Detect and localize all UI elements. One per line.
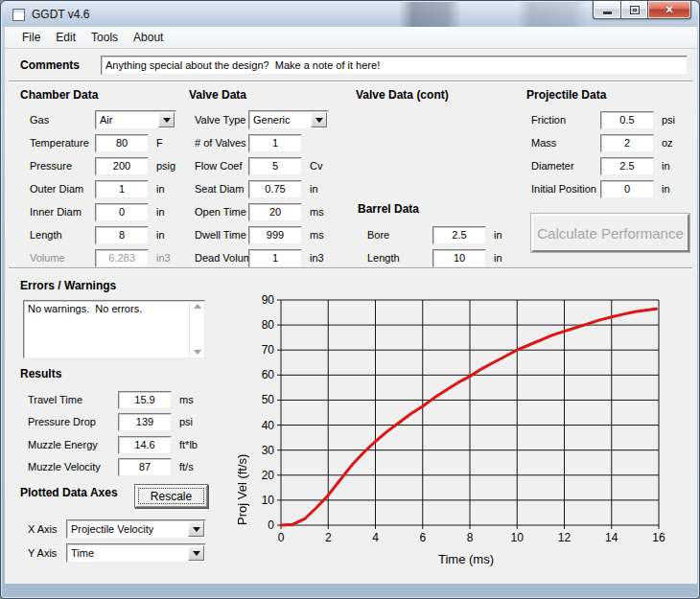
chart-x-axis-title: Time (ms) (389, 552, 543, 566)
initial-position-row: Initial Position in (531, 179, 670, 198)
seat-diam-label: Seat Diam (195, 183, 248, 195)
muzzle-energy-field[interactable] (118, 436, 172, 454)
bore-input[interactable] (432, 226, 486, 244)
mass-input[interactable] (600, 134, 654, 152)
friction-unit: psi (662, 114, 675, 126)
chamber-header: Chamber Data (20, 88, 98, 102)
gas-dropdown-button[interactable] (158, 112, 175, 127)
open-time-row: Open Time ms (195, 202, 324, 221)
chamber-length-unit: in (156, 229, 165, 241)
menu-tools[interactable]: Tools (83, 28, 126, 47)
menu-about[interactable]: About (126, 28, 171, 47)
valve-type-row: Valve Type Generic (195, 110, 329, 129)
comments-input[interactable] (101, 56, 688, 75)
dropdown-arrow-icon (193, 551, 200, 556)
svg-text:2: 2 (325, 531, 332, 544)
pressure-drop-label: Pressure Drop (28, 416, 118, 427)
muzzle-velocity-label: Muzzle Velocity (28, 461, 118, 472)
friction-label: Friction (531, 114, 600, 126)
muzzle-velocity-field[interactable] (118, 458, 172, 476)
x-axis-dropdown-button[interactable] (188, 521, 204, 537)
errors-scrollbar[interactable] (189, 301, 204, 357)
gas-select[interactable]: Air (95, 110, 176, 129)
x-axis-row: X Axis Projectile Velocity (28, 519, 206, 539)
svg-text:10: 10 (511, 531, 525, 544)
num-valves-input[interactable] (248, 134, 302, 152)
svg-text:50: 50 (262, 393, 275, 406)
initial-position-input[interactable] (600, 180, 654, 198)
seat-diam-unit: in (310, 183, 318, 195)
open-time-input[interactable] (248, 203, 302, 221)
valve-type-dropdown-button[interactable] (311, 112, 327, 127)
dead-volume-input[interactable] (248, 249, 302, 267)
svg-text:6: 6 (419, 531, 426, 544)
dwell-time-label: Dwell Time (195, 229, 248, 241)
diameter-input[interactable] (600, 157, 654, 175)
pressure-drop-field[interactable] (118, 413, 172, 431)
seat-diam-input[interactable] (248, 180, 302, 198)
calculate-performance-button[interactable]: Calculate Performance (531, 214, 689, 252)
y-axis-select[interactable]: Time (66, 543, 206, 563)
svg-text:20: 20 (262, 469, 275, 482)
valve-type-select[interactable]: Generic (248, 110, 329, 129)
temperature-input[interactable] (95, 134, 149, 152)
velocity-time-chart: 02468101214160102030405060708090 (231, 288, 682, 576)
errors-text: No warnings. No errors. (28, 303, 187, 314)
friction-input[interactable] (600, 111, 654, 129)
muzzle-velocity-unit: ft/s (179, 461, 194, 472)
separator (9, 81, 692, 82)
chart-y-axis-title: Proj Vel (ft/s) (235, 300, 249, 525)
dead-volume-unit: in3 (310, 252, 324, 264)
travel-time-field[interactable] (118, 391, 172, 409)
inner-diam-input[interactable] (95, 203, 149, 221)
muzzle-energy-unit: ft*lb (179, 439, 198, 450)
mass-row: Mass oz (531, 133, 673, 152)
outer-diam-input[interactable] (95, 180, 149, 198)
valve-header: Valve Data (189, 88, 246, 102)
initial-position-unit: in (662, 183, 670, 195)
dwell-time-unit: ms (310, 229, 324, 241)
menu-file[interactable]: File (14, 28, 48, 47)
x-axis-label: X Axis (28, 523, 66, 535)
outer-diam-row: Outer Diam in (30, 179, 165, 198)
minimize-button[interactable] (593, 1, 620, 19)
scroll-up-icon[interactable] (194, 304, 201, 309)
maximize-button[interactable] (620, 1, 648, 19)
volume-unit: in3 (156, 252, 171, 264)
client-area: Comments Chamber Data Valve Data Valve D… (5, 49, 697, 584)
inner-diam-row: Inner Diam in (30, 202, 165, 221)
inner-diam-unit: in (156, 206, 165, 218)
x-axis-select[interactable]: Projectile Velocity (66, 519, 206, 539)
seat-diam-row: Seat Diam in (195, 179, 318, 198)
close-button[interactable]: ✕ (648, 1, 691, 19)
y-axis-dropdown-button[interactable] (188, 545, 204, 561)
dead-volume-row: Dead Volume in3 (195, 248, 324, 267)
svg-text:10: 10 (262, 494, 275, 507)
chamber-length-input[interactable] (95, 226, 149, 244)
flow-coef-input[interactable] (248, 157, 302, 175)
barrel-length-row: Length in (367, 248, 502, 267)
pressure-drop-unit: psi (179, 416, 193, 427)
temperature-unit: F (156, 137, 163, 149)
x-axis-value: Projectile Velocity (67, 520, 187, 538)
open-time-label: Open Time (195, 206, 248, 218)
svg-text:40: 40 (262, 419, 275, 432)
scroll-down-icon[interactable] (194, 350, 201, 355)
pressure-drop-row: Pressure Drop psi (28, 412, 193, 431)
flow-coef-row: Flow Coef Cv (195, 156, 322, 175)
pressure-input[interactable] (95, 157, 149, 175)
separator (9, 267, 692, 269)
valve-type-label: Valve Type (195, 114, 248, 126)
muzzle-velocity-row: Muzzle Velocity ft/s (28, 457, 194, 476)
rescale-button[interactable]: Rescale (134, 484, 208, 508)
window-title: GGDT v4.6 (32, 8, 89, 21)
dwell-time-input[interactable] (248, 226, 302, 244)
svg-text:0: 0 (268, 518, 274, 532)
dropdown-arrow-icon (315, 118, 323, 123)
temperature-label: Temperature (30, 137, 95, 149)
svg-text:0: 0 (278, 531, 285, 544)
errors-textbox[interactable]: No warnings. No errors. (23, 300, 205, 358)
y-axis-value: Time (67, 544, 187, 562)
menu-edit[interactable]: Edit (48, 28, 83, 47)
barrel-length-input[interactable] (432, 249, 486, 267)
